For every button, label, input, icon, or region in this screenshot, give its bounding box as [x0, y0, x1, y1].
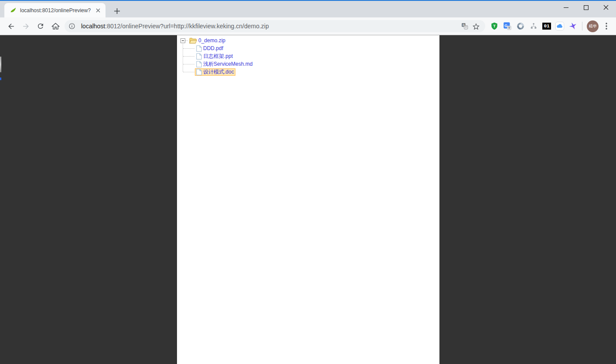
reload-icon[interactable] [33, 19, 48, 34]
tree-node-file: 日志框架.ppt [195, 53, 234, 60]
page-info-icon[interactable] [66, 20, 78, 32]
browser-tab[interactable]: localhost:8012/onlinePreview? [4, 3, 106, 17]
toolbar-divider [582, 22, 582, 30]
file-icon [196, 69, 202, 75]
home-icon[interactable] [48, 19, 63, 34]
tree-node-file: DDD.pdf [195, 45, 225, 52]
back-icon[interactable] [3, 19, 18, 34]
collapse-expander-icon[interactable] [180, 38, 185, 43]
bookmark-star-icon[interactable] [470, 20, 482, 32]
tree-file-label: DDD.pdf [203, 45, 223, 52]
tree-file-link[interactable]: 浅析ServiceMesh.md [195, 61, 254, 68]
spring-leaf-favicon [10, 7, 17, 14]
svg-text:G: G [504, 24, 507, 28]
maximize-button[interactable] [576, 0, 596, 15]
tree-connector [183, 48, 194, 49]
tree-root-link[interactable]: 0_demo.zip [188, 37, 227, 44]
left-edge-artifact [0, 57, 1, 72]
minimize-button[interactable] [556, 0, 576, 15]
svg-text:T: T [493, 24, 496, 28]
url-text[interactable]: localhost:8012/onlinePreview?url=http://… [81, 23, 459, 30]
tree-connector [183, 64, 194, 64]
url-host: localhost [81, 23, 105, 30]
tree-node-file: 设计模式.doc [195, 68, 235, 76]
tree-file-label: 浅析ServiceMesh.md [203, 61, 252, 67]
badge-01-label: 01 [542, 23, 551, 30]
tree-file-label: 设计模式.doc [203, 69, 234, 75]
url-path: :8012/onlinePreview?url=http://kkfilevie… [105, 23, 269, 30]
browser-window: localhost:8012/onlinePreview? [0, 0, 616, 364]
translate-extension-icon[interactable]: G [501, 19, 514, 34]
tree-connector [183, 56, 194, 57]
profile-avatar[interactable]: 精华 [587, 20, 599, 32]
file-icon [196, 53, 202, 60]
badge-01-extension-icon[interactable]: 01 [540, 19, 553, 34]
file-tree: 0_demo.zip DDD.pdf [177, 35, 439, 364]
tab-strip: localhost:8012/onlinePreview? [0, 1, 616, 17]
file-icon [196, 61, 202, 67]
left-edge-blue-artifact [0, 78, 1, 80]
tree-file-link[interactable]: DDD.pdf [195, 45, 225, 52]
tab-title: localhost:8012/onlinePreview? [20, 7, 94, 13]
tree-connector [183, 72, 194, 72]
shield-extension-icon[interactable]: T [488, 19, 501, 34]
tree-root-label: 0_demo.zip [198, 37, 225, 44]
tree-vertical-line [183, 44, 183, 72]
tab-close-icon[interactable] [94, 7, 102, 14]
cloud-extension-icon[interactable] [553, 19, 566, 34]
proxy-ring-extension-icon[interactable] [514, 19, 527, 34]
browser-menu-icon[interactable] [600, 19, 613, 34]
tree-file-link[interactable]: 日志框架.ppt [195, 53, 234, 60]
browser-toolbar: localhost:8012/onlinePreview?url=http://… [0, 17, 616, 35]
close-button[interactable] [596, 0, 616, 15]
profile-avatar-label: 精华 [589, 24, 597, 29]
tree-node-file: 浅析ServiceMesh.md [195, 61, 254, 68]
preview-panel: 0_demo.zip DDD.pdf [177, 35, 439, 364]
sitemap-extension-icon[interactable] [527, 19, 540, 34]
tree-node-root: 0_demo.zip [180, 37, 227, 44]
address-bar[interactable]: localhost:8012/onlinePreview?url=http://… [65, 20, 485, 32]
tree-file-link-selected[interactable]: 设计模式.doc [195, 68, 235, 76]
translate-page-icon[interactable]: G [459, 20, 470, 32]
new-tab-button[interactable] [111, 5, 123, 17]
file-icon [196, 45, 202, 52]
folder-open-icon [189, 37, 197, 44]
tree-file-label: 日志框架.ppt [203, 53, 233, 60]
window-controls [556, 0, 616, 15]
page-content: 0_demo.zip DDD.pdf [0, 35, 616, 364]
forward-icon[interactable] [18, 19, 33, 34]
bird-extension-icon[interactable] [566, 19, 579, 34]
